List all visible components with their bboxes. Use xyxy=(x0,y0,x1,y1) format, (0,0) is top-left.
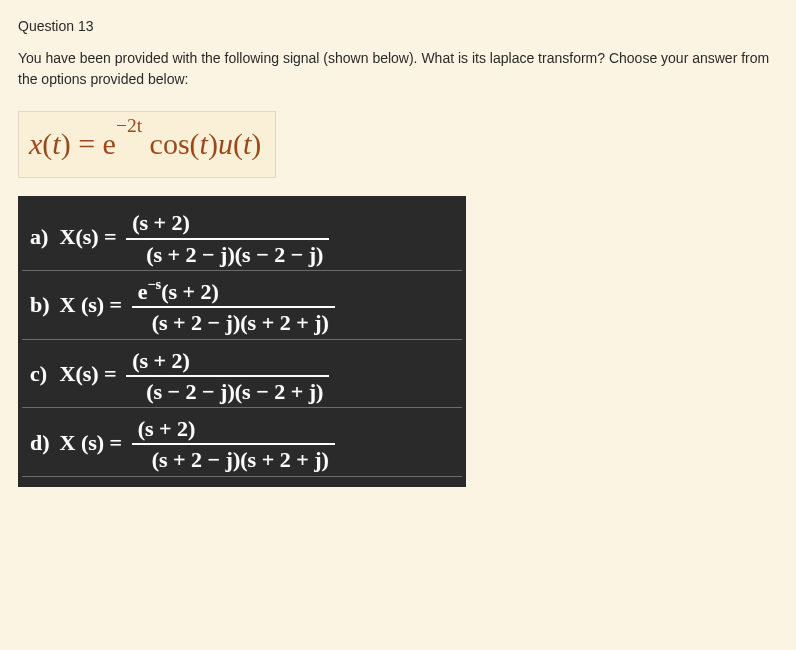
signal-equation: x(t) = e−2t cos(t)u(t) xyxy=(29,127,261,160)
option-key: c) xyxy=(30,358,54,390)
option-key: b) xyxy=(30,289,54,321)
option-key: d) xyxy=(30,427,54,459)
options-blackboard: a) X(s) = (s + 2) (s + 2 − j)(s − 2 − j)… xyxy=(18,196,466,486)
option-fraction: (s + 2) (s + 2 − j)(s − 2 − j) xyxy=(126,210,329,267)
option-fraction: (s + 2) (s − 2 − j)(s − 2 + j) xyxy=(126,348,329,405)
option-a[interactable]: a) X(s) = (s + 2) (s + 2 − j)(s − 2 − j) xyxy=(18,202,466,271)
option-lhs: X (s) = xyxy=(60,430,123,455)
option-lhs: X(s) = xyxy=(60,224,117,249)
option-key: a) xyxy=(30,221,54,253)
option-b[interactable]: b) X (s) = e−s(s + 2) (s + 2 − j)(s + 2 … xyxy=(18,271,466,340)
signal-equation-box: x(t) = e−2t cos(t)u(t) xyxy=(18,111,276,179)
option-d[interactable]: d) X (s) = (s + 2) (s + 2 − j)(s + 2 + j… xyxy=(18,408,466,477)
option-c[interactable]: c) X(s) = (s + 2) (s − 2 − j)(s − 2 + j) xyxy=(18,340,466,409)
option-lhs: X(s) = xyxy=(60,361,117,386)
option-fraction: e−s(s + 2) (s + 2 − j)(s + 2 + j) xyxy=(132,279,335,336)
option-fraction: (s + 2) (s + 2 − j)(s + 2 + j) xyxy=(132,416,335,473)
option-lhs: X (s) = xyxy=(60,292,123,317)
question-prompt: You have been provided with the followin… xyxy=(18,48,778,89)
question-number: Question 13 xyxy=(18,16,778,36)
